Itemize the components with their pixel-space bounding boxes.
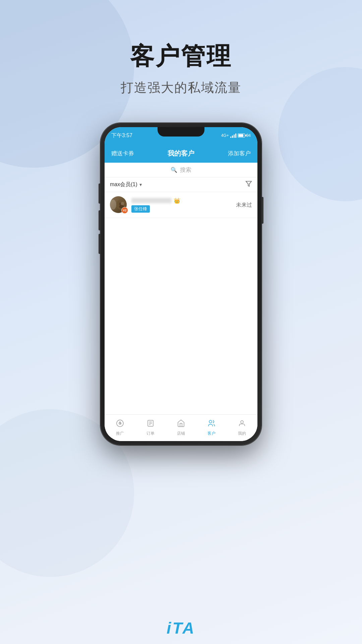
search-placeholder: 搜索 [180, 166, 191, 174]
shangpu-label: 店铺 [177, 431, 185, 436]
dingdan-label: 订单 [146, 431, 155, 436]
filter-funnel-icon[interactable] [245, 180, 252, 189]
sidebar-item-dingdan[interactable]: 订单 [135, 419, 166, 436]
battery-icon [238, 133, 245, 138]
filter-text: max会员(1) [110, 181, 137, 188]
battery-percent: 94 [246, 133, 251, 138]
shangpu-icon [177, 419, 185, 429]
signal-bar-1 [230, 137, 231, 138]
kehu-label: 客户 [207, 431, 216, 436]
nav-right-button[interactable]: 添加客户 [228, 150, 251, 157]
customer-name-blurred [131, 198, 172, 203]
search-bar[interactable]: 🔍 搜索 [105, 163, 257, 177]
status-bar: 下午3:57 4G+ 94 [105, 127, 257, 144]
crown-icon: 👑 [174, 198, 180, 204]
status-right: 4G+ 94 [221, 133, 251, 138]
customer-info: 👑 张任锋 [131, 198, 236, 213]
sidebar-item-wode[interactable]: 我的 [227, 419, 257, 436]
search-icon: 🔍 [171, 167, 177, 173]
ita-label: iTA [167, 619, 195, 637]
svg-point-2 [119, 203, 121, 206]
sidebar-item-shangpu[interactable]: 店铺 [166, 419, 196, 436]
sidebar-item-tuiguang[interactable]: 推广 [105, 419, 135, 436]
sidebar-item-kehu[interactable]: 客户 [196, 419, 227, 436]
customer-list: V2 👑 张任锋 未来过 [105, 192, 257, 414]
svg-point-10 [209, 420, 212, 423]
avatar: V2 [110, 196, 127, 214]
page-header: 客户管理 打造强大的私域流量 [121, 40, 241, 96]
page-subtitle: 打造强大的私域流量 [121, 79, 241, 96]
nav-left-button[interactable]: 赠送卡券 [111, 150, 134, 157]
wode-label: 我的 [238, 431, 246, 436]
tuiguang-icon [116, 419, 124, 429]
filter-row[interactable]: max会员(1) ▼ [105, 177, 257, 192]
signal-bar-4 [235, 133, 236, 138]
signal-bar-3 [234, 135, 235, 138]
phone-outer-shell: 下午3:57 4G+ 94 [101, 123, 261, 445]
phone-notch [158, 127, 204, 137]
nav-title: 我的客户 [168, 149, 194, 158]
svg-marker-0 [246, 181, 252, 186]
kehu-icon [207, 419, 216, 429]
dingdan-icon [146, 419, 155, 429]
bottom-nav: 推广 订单 [105, 414, 257, 441]
dropdown-chevron-icon: ▼ [139, 182, 143, 187]
filter-label[interactable]: max会员(1) ▼ [110, 181, 143, 188]
svg-point-11 [241, 421, 243, 423]
signal-bar-2 [232, 136, 233, 138]
table-row[interactable]: V2 👑 张任锋 未来过 [105, 192, 257, 218]
vip-badge: V2 [121, 207, 128, 214]
svg-point-3 [121, 202, 124, 205]
app-nav-bar: 赠送卡券 我的客户 添加客户 [105, 144, 257, 163]
phone-screen: 下午3:57 4G+ 94 [105, 127, 257, 441]
bg-decoration-2 [278, 67, 362, 201]
tuiguang-label: 推广 [116, 431, 124, 436]
customer-tag: 张任锋 [131, 205, 150, 213]
network-type: 4G+ [221, 133, 229, 138]
signal-icon [230, 133, 236, 138]
wode-icon [238, 419, 246, 429]
phone-mockup: 下午3:57 4G+ 94 [101, 123, 261, 445]
customer-name-row: 👑 [131, 198, 236, 204]
page-title: 客户管理 [121, 40, 241, 72]
status-time: 下午3:57 [111, 132, 132, 139]
battery-fill [238, 134, 243, 137]
customer-status: 未来过 [236, 202, 252, 209]
